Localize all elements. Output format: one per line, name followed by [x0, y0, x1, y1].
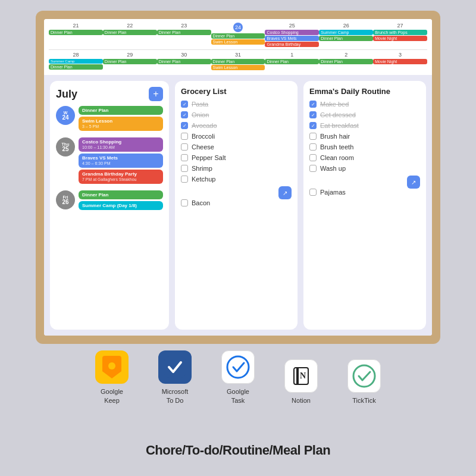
event-costco: Costco Shopping10:00 – 11:30 AM	[79, 137, 163, 152]
grocery-item-avocado: Avocado	[181, 122, 292, 129]
grocery-cb-shrimp[interactable]	[181, 165, 188, 172]
cal-day-26: 26 Summer Camp Dinner Plan	[319, 23, 373, 48]
ticktick-label: TickTick	[352, 396, 376, 405]
add-event-button[interactable]: +	[149, 87, 163, 101]
frame-wrapper: 21 Dinner Plan 22 Dinner Plan 23 Dinner …	[36, 11, 440, 344]
microsoft-todo-icon[interactable]	[158, 350, 192, 384]
grocery-cb-broccoli[interactable]	[181, 133, 188, 140]
calendar-week-1: 21 Dinner Plan 22 Dinner Plan 23 Dinner …	[49, 23, 427, 48]
grocery-item-pepper: Pepper Salt	[181, 154, 292, 161]
emma-title: Emma's Daily Routine	[309, 87, 420, 96]
svg-rect-1	[164, 356, 186, 378]
grocery-title: Grocery List	[181, 87, 292, 96]
grocery-item-bacon: Bacon	[181, 199, 292, 206]
routine-item-getdressed: Get dressed	[309, 111, 420, 118]
routine-item-pajamas: Pajamas	[309, 189, 420, 196]
microsoft-todo-label: MicrosoftTo Do	[162, 387, 189, 405]
app-item-google-keep: GoolgleKeep	[95, 350, 129, 405]
google-keep-svg	[102, 356, 121, 378]
routine-cb-getdressed[interactable]	[309, 111, 317, 118]
cal-day-30: 30 Dinner Plan	[157, 52, 211, 71]
day-badge-24: W 24	[56, 106, 75, 125]
svg-point-7	[353, 365, 375, 387]
day-group-24: W 24 Dinner Plan Swim Lesson3 – 5 PM	[56, 106, 163, 133]
cal-day-22: 22 Dinner Plan	[103, 23, 157, 48]
grocery-cb-cheese[interactable]	[181, 143, 188, 151]
grocery-item-shrimp: Shrimp	[181, 165, 292, 172]
emma-panel: Emma's Daily Routine Make bed Get dresse…	[303, 81, 426, 330]
event-dinner-26: Dinner Plan	[79, 190, 163, 199]
notion-icon[interactable]: N	[284, 359, 318, 393]
cal-day-25: 25 Costco Shopping Braves VS Mets Grandm…	[265, 23, 319, 48]
grocery-cb-onion[interactable]	[181, 111, 188, 118]
cal-day-21: 21 Dinner Plan	[49, 23, 103, 48]
grocery-cb-pasta[interactable]	[181, 101, 188, 108]
calendar-section: 21 Dinner Plan 22 Dinner Plan 23 Dinner …	[44, 19, 432, 75]
routine-item-cleanroom: Clean room	[309, 154, 420, 161]
grocery-cb-ketchup[interactable]	[181, 176, 188, 183]
cal-day-2: 2 Dinner Plan	[319, 52, 373, 71]
events-col-25: Costco Shopping10:00 – 11:30 AM Braves V…	[79, 137, 163, 184]
app-item-google-task: GoolgleTask	[221, 350, 255, 405]
routine-cb-brushteeth[interactable]	[309, 143, 317, 151]
svg-point-2	[227, 356, 249, 378]
cal-day-28: 28 Summer Camp Dinner Plan	[49, 52, 103, 71]
ticktick-icon[interactable]	[347, 359, 381, 393]
routine-cb-eatbreakfast[interactable]	[309, 122, 317, 129]
google-task-label: GoolgleTask	[227, 387, 249, 405]
routine-cb-brushhair[interactable]	[309, 133, 317, 140]
routine-item-washup: Wash up	[309, 165, 420, 172]
routine-item-makebed: Make bed	[309, 101, 420, 108]
routine-cb-washup[interactable]	[309, 165, 317, 172]
events-col-26: Dinner Plan Summer Camp (Day 1/8)	[79, 190, 163, 210]
app-item-microsoft-todo: MicrosoftTo Do	[158, 350, 192, 405]
routine-cb-pajamas[interactable]	[309, 189, 317, 196]
grocery-item-onion: Onion	[181, 111, 292, 118]
cal-day-23: 23 Dinner Plan	[157, 23, 211, 48]
ticktick-svg	[352, 364, 376, 388]
app-item-notion: N Notion	[284, 359, 318, 405]
day-group-25: Thu 25 Costco Shopping10:00 – 11:30 AM B…	[56, 137, 163, 186]
google-task-icon[interactable]	[221, 350, 255, 384]
cal-day-27: 27 Brunch with Pops Movie Night	[373, 23, 427, 48]
microsoft-todo-svg	[164, 356, 186, 378]
routine-item-brushteeth: Brush teeth	[309, 143, 420, 151]
events-col-24: Dinner Plan Swim Lesson3 – 5 PM	[79, 106, 163, 131]
grocery-item-broccoli: Broccoli	[181, 133, 292, 140]
day-group-26: Fri 26 Dinner Plan Summer Camp (Day 1/8)	[56, 190, 163, 212]
grocery-panel: Grocery List Pasta Onion Avocado Broccol…	[175, 81, 298, 330]
notion-label: Notion	[292, 396, 311, 405]
grocery-cb-bacon[interactable]	[181, 199, 188, 206]
google-keep-icon[interactable]	[95, 350, 129, 384]
grocery-item-pasta: Pasta	[181, 101, 292, 108]
july-panel: July + W 24 Dinner Plan Swim Lesson3 – 5…	[50, 81, 169, 330]
grocery-item-ketchup: Ketchup	[181, 176, 292, 183]
frame-inner: 21 Dinner Plan 22 Dinner Plan 23 Dinner …	[44, 19, 432, 336]
app-item-ticktick: TickTick	[347, 359, 381, 405]
routine-cb-cleanroom[interactable]	[309, 154, 317, 161]
event-dinner-24: Dinner Plan	[79, 106, 163, 115]
calendar-week-2: 28 Summer Camp Dinner Plan 29 Dinner Pla…	[49, 52, 427, 71]
cal-divider	[49, 49, 427, 50]
day-badge-26: Fri 26	[56, 190, 75, 209]
routine-item-eatbreakfast: Eat breakfast	[309, 122, 420, 129]
grocery-external-link-button[interactable]: ↗	[278, 186, 292, 199]
svg-text:N: N	[300, 371, 306, 380]
event-grandma: Grandma Birthday Party7 PM at Gallaghers…	[79, 170, 163, 184]
cal-day-1: 1 Dinner Plan	[265, 52, 319, 71]
cal-day-29: 29 Dinner Plan	[103, 52, 157, 71]
routine-cb-makebed[interactable]	[309, 101, 317, 108]
grocery-cb-avocado[interactable]	[181, 122, 188, 129]
google-task-svg	[226, 355, 250, 379]
emma-external-link-button[interactable]: ↗	[407, 176, 420, 189]
event-swim-24: Swim Lesson3 – 5 PM	[79, 117, 163, 131]
svg-point-0	[108, 362, 115, 369]
cal-day-3: 3 Movie Night	[373, 52, 427, 71]
svg-rect-5	[296, 368, 299, 384]
grocery-cb-pepper[interactable]	[181, 154, 188, 161]
cal-day-24: 24 Dinner Plan Swim Lesson	[211, 23, 265, 48]
google-keep-label: GoolgleKeep	[101, 387, 123, 405]
july-header: July +	[56, 87, 163, 101]
apps-section: GoolgleKeep MicrosoftTo Do GoolgleTask	[0, 350, 476, 405]
bottom-section: July + W 24 Dinner Plan Swim Lesson3 – 5…	[44, 75, 432, 336]
